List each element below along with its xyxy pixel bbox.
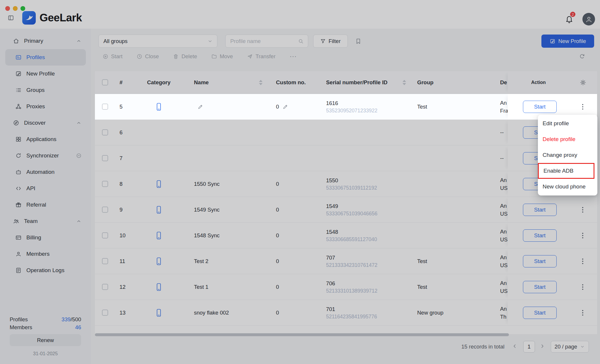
menu-item-new-cloud-phone[interactable]: New cloud phone xyxy=(538,179,597,195)
row-checkbox[interactable] xyxy=(102,104,108,110)
cell-custom-no: 0 xyxy=(268,104,318,110)
cell-group: Test xyxy=(411,104,494,110)
menu-item-enable-adb[interactable]: Enable ADB xyxy=(538,163,594,179)
start-button[interactable]: Start xyxy=(523,101,557,113)
cell-serial: 1616 535230952071233922 xyxy=(318,99,411,114)
menu-item-edit-profile[interactable]: Edit profile xyxy=(538,116,597,131)
kebab-icon xyxy=(579,103,587,111)
row-more-button[interactable] xyxy=(579,103,587,111)
dim-overlay xyxy=(0,0,600,364)
table-row: 5 0 1616 535230952071233922 Test An Fra … xyxy=(95,94,597,120)
menu-item-delete-profile[interactable]: Delete profile xyxy=(538,131,597,147)
edit-name-icon[interactable] xyxy=(197,104,203,110)
row-number: 5 xyxy=(115,104,138,110)
serial-number: 1616 xyxy=(326,99,338,107)
menu-item-change-proxy[interactable]: Change proxy xyxy=(538,147,597,163)
edit-custom-no-icon[interactable] xyxy=(282,104,288,110)
profile-id: 535230952071233922 xyxy=(326,107,377,114)
row-context-menu: Edit profileDelete profileChange proxyEn… xyxy=(538,115,597,195)
cloud-phone-icon xyxy=(155,102,162,111)
cell-name xyxy=(180,104,268,110)
